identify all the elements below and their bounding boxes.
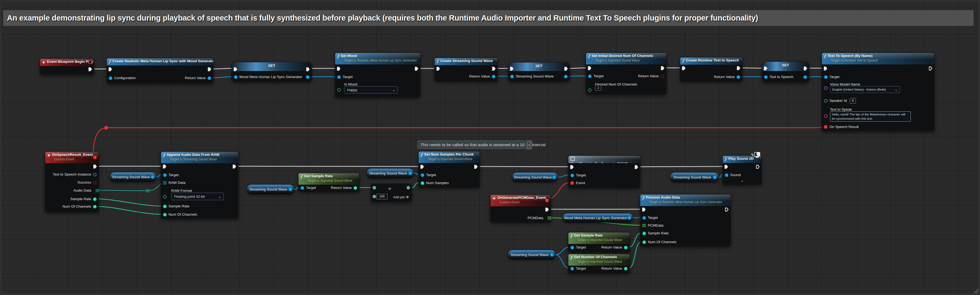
node-on-speech-result-event[interactable]: ◈OnSpeechResult_EventCustom EventText to… [45,152,99,212]
node-create-streaming-sound-wave[interactable]: ƒCreate Streaming Sound WaveReturn Value [434,58,498,81]
output-pin[interactable] [624,246,627,249]
output-pin[interactable] [306,67,310,71]
reroute-array-node[interactable] [146,189,147,190]
input-pin[interactable] [436,67,440,71]
input-pin[interactable] [588,66,591,70]
output-pin[interactable] [929,67,932,71]
input-pin[interactable] [570,165,574,169]
variable-get-mood-metahuman-lipsync-generator-get[interactable]: Mood Meta Human Lip Sync Generator [563,213,633,222]
node-set-text-to-speech-variable[interactable]: SETText to Speech [762,62,809,82]
value-box[interactable]: 0 [850,98,856,104]
dropdown[interactable]: Happy⌄ [344,86,398,94]
input-pin[interactable] [163,213,167,216]
node-create-realistic-metahuman-lipsync-mood-generator[interactable]: ƒCreate Realistic Meta Human Lip Sync wi… [107,58,213,83]
object-out-pin[interactable] [713,176,716,179]
object-out-pin[interactable] [289,187,292,191]
input-pin[interactable] [824,114,827,118]
wildcard-in-pin[interactable] [372,195,376,198]
node-set-initial-desired-num-of-channels[interactable]: ƒSet Initial Desired Num Of ChannelsTarg… [586,52,667,94]
input-pin[interactable] [571,246,574,249]
node-divide-node[interactable]: ÷100Add pin ⊕ [371,184,412,202]
node-event-blueprint-begin-play[interactable]: ◈Event Blueprint Begin Play [40,59,94,75]
node-set-num-samples-per-chunk[interactable]: ƒSet Num Samples Per ChunkTarget is Impo… [418,151,480,187]
variable-get-streaming-sound-wave-get-4[interactable]: Streaming Sound Wave [512,172,558,182]
output-pin[interactable] [474,165,478,169]
variable-get-streaming-sound-wave-get-5[interactable]: Streaming Sound Wave [670,172,719,182]
divisor-value-box[interactable]: 100 [376,194,388,199]
variable-get-streaming-sound-wave-get-3[interactable]: Streaming Sound Wave [366,168,414,178]
input-pin[interactable] [571,174,574,177]
input-pin[interactable] [234,67,237,71]
output-pin[interactable] [93,173,97,176]
variable-get-streaming-sound-wave-get-1[interactable]: Streaming Sound Wave [110,172,156,182]
node-graph-background[interactable]: ◈Event Blueprint Begin PlayƒCreate Reali… [0,0,980,295]
input-pin[interactable] [643,232,646,235]
reroute-node[interactable] [105,126,108,129]
output-pin[interactable] [306,75,309,79]
text-input[interactable]: Hello, world! The lips of the MetaHuman … [830,111,911,122]
input-pin[interactable] [420,165,424,169]
node-text-to-speech-by-name[interactable]: ƒText To Speech (By Name)Target is Runti… [822,52,934,131]
output-pin[interactable] [661,66,664,70]
output-pin[interactable] [208,76,211,80]
node-process-audio-data[interactable]: ƒProcess Audio DataTarget is Realistic M… [640,194,731,246]
value-box[interactable]: 1 [595,85,601,90]
input-pin[interactable] [337,67,340,71]
output-pin[interactable] [208,67,211,71]
input-pin[interactable] [824,99,827,103]
wildcard-out-pin[interactable] [407,186,410,189]
output-pin[interactable] [737,75,740,79]
input-pin[interactable] [421,173,424,177]
input-pin[interactable] [337,88,341,92]
input-pin[interactable] [163,165,166,169]
output-pin[interactable] [93,197,97,201]
node-set-streaming-sound-wave-variable[interactable]: SETStreaming Sound Wave [508,62,570,81]
output-pin[interactable] [233,165,236,169]
input-pin[interactable] [163,195,167,198]
event-delegate-pin[interactable] [546,199,549,202]
output-pin[interactable] [93,165,97,169]
dropdown[interactable]: Floating point 32-bit⌄ [171,193,224,200]
input-pin[interactable] [725,173,728,177]
output-pin[interactable] [737,66,740,70]
input-pin[interactable] [571,181,574,185]
node-create-runtime-text-to-speech[interactable]: ƒCreate Runtime Text to SpeechReturn Val… [680,57,743,81]
input-pin[interactable] [643,224,643,225]
input-pin[interactable] [643,216,646,220]
add-pin-button[interactable]: Add pin ⊕ [393,195,409,199]
dropdown[interactable]: English (United States) - Kokoro (Bella)… [830,86,900,93]
output-pin[interactable] [89,67,92,71]
input-pin[interactable] [824,67,827,71]
object-out-pin[interactable] [627,216,631,220]
output-pin[interactable] [635,165,638,169]
object-out-pin[interactable] [550,253,554,257]
output-pin[interactable] [353,186,357,190]
output-pin[interactable] [624,267,627,270]
input-pin[interactable] [571,267,574,270]
object-out-pin[interactable] [409,171,412,175]
graph-note-banner[interactable]: An example demonstrating lip sync during… [3,10,974,26]
input-pin[interactable] [109,76,112,80]
node-set-mood-metahuman-lipsync-generator-variable[interactable]: SETMood Meta Human Lip Sync Generator [232,62,312,82]
event-delegate-icon[interactable] [89,60,92,64]
output-pin[interactable] [661,75,664,78]
node-get-number-of-channels[interactable]: ƒGet Number Of ChannelsTarget is Importe… [568,254,630,273]
input-pin[interactable] [682,66,686,70]
input-pin[interactable] [234,75,237,79]
node-bind-event-to-on-generate-pcmdata[interactable]: Bind Event to On Generate PCMDataTargetE… [568,155,640,188]
output-pin[interactable] [415,67,418,71]
node-get-sample-rate-top[interactable]: ƒGet Sample RateTarget is Imported Sound… [298,173,360,192]
event-delegate-pin[interactable] [93,156,97,159]
variable-get-streaming-sound-wave-get-2[interactable]: Streaming Sound Wave [247,184,294,194]
object-out-pin[interactable] [552,176,556,179]
variable-get-streaming-sound-wave-get-6[interactable]: Streaming Sound Wave [508,250,556,260]
comment-pin-icon[interactable] [525,140,532,149]
input-pin[interactable] [588,89,592,92]
input-pin[interactable] [725,165,728,169]
output-pin[interactable] [546,208,549,212]
output-pin[interactable] [756,165,760,169]
output-pin[interactable] [93,181,97,184]
input-pin[interactable] [588,75,592,78]
input-pin[interactable] [163,173,167,177]
input-pin[interactable] [643,241,646,244]
